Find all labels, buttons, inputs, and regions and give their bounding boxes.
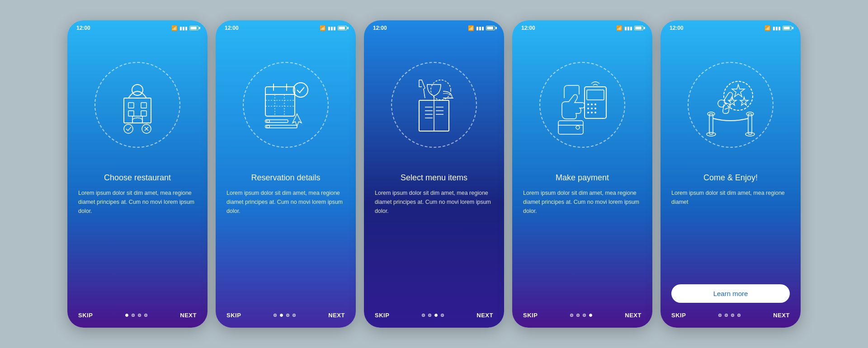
menu-icon [400,71,468,139]
next-label-3[interactable]: NEXT [476,312,493,319]
phones-container: 12:00 📶 ▮▮▮ [67,20,801,328]
next-label-4[interactable]: NEXT [625,312,642,319]
skip-label-2[interactable]: SKIP [226,312,241,319]
svg-point-38 [591,103,593,105]
screen-title-1: Choose restaurant [78,173,197,183]
icon-area-5 [660,33,801,173]
battery-icon [189,26,198,30]
dot-3-2 [428,314,431,317]
phone-1: 12:00 📶 ▮▮▮ [67,20,208,328]
screen-body-2: Lorem ipsum dolor sit dim amet, mea regi… [226,188,345,307]
status-bar-2: 12:00 📶 ▮▮▮ [216,20,356,33]
dot-1-1 [125,314,128,317]
svg-rect-49 [709,114,713,134]
dot-1-4 [144,314,147,317]
payment-icon-circle [539,62,625,148]
wifi-icon-4: 📶 [616,25,623,31]
bottom-nav-5: SKIP NEXT [660,307,801,328]
dot-2-1 [274,314,277,317]
dots-1 [125,314,147,317]
svg-point-43 [587,112,589,113]
phone-4: 12:00 📶 ▮▮▮ [512,20,652,328]
status-bar-5: 12:00 📶 ▮▮▮ [660,20,801,33]
dot-5-4 [737,314,741,317]
svg-rect-2 [141,103,146,108]
enjoy-icon-circle [688,62,774,148]
phone-2: 12:00 📶 ▮▮▮ [216,20,356,328]
svg-point-17 [293,83,308,97]
time-4: 12:00 [521,25,535,31]
screen-title-4: Make payment [523,173,642,183]
svg-rect-0 [124,98,151,123]
svg-point-34 [431,80,451,100]
svg-rect-19 [265,125,297,128]
dot-4-1 [570,314,573,317]
signal-icon-5: ▮▮▮ [773,26,781,31]
skip-label-3[interactable]: SKIP [375,312,389,319]
svg-point-39 [594,103,596,105]
svg-point-6 [132,85,143,95]
icon-area-1 [67,33,208,173]
dots-5 [718,314,741,317]
skip-label-4[interactable]: SKIP [523,312,538,319]
screen-body-3: Lorem ipsum dolor sit dim amet, mea regi… [375,188,493,307]
screen-body-4: Lorem ipsum dolor sit dim amet, mea regi… [523,188,642,307]
status-icons-5: 📶 ▮▮▮ [764,25,792,31]
learn-more-button[interactable]: Learn more [671,284,790,303]
svg-point-42 [594,108,596,109]
phone-3: 12:00 📶 ▮▮▮ [364,20,504,328]
dots-4 [570,314,592,317]
battery-icon-3 [486,26,495,30]
svg-rect-52 [748,114,752,134]
status-icons-2: 📶 ▮▮▮ [320,25,347,31]
restaurant-icon [104,71,171,139]
reservation-icon [252,71,320,139]
svg-point-40 [587,108,589,109]
screen-title-5: Come & Enjoy! [671,173,790,183]
svg-rect-9 [265,87,295,116]
dot-2-3 [286,314,289,317]
dot-4-2 [576,314,580,317]
menu-icon-circle [391,62,477,148]
svg-point-44 [591,112,593,113]
screen-title-2: Reservation details [226,173,345,183]
icon-area-2 [216,33,356,173]
wifi-icon-3: 📶 [468,25,474,31]
phone-5: 12:00 📶 ▮▮▮ [660,20,801,328]
next-label-5[interactable]: NEXT [773,312,790,319]
dot-5-1 [718,314,722,317]
phone-content-1: Choose restaurant Lorem ipsum dolor sit … [67,173,208,308]
battery-icon-2 [338,26,347,30]
screen-body-1: Lorem ipsum dolor sit dim amet, mea regi… [78,188,197,307]
next-label-1[interactable]: NEXT [180,312,197,319]
dot-3-4 [441,314,444,317]
screen-title-3: Select menu items [375,173,493,183]
dot-3-1 [422,314,425,317]
status-bar-1: 12:00 📶 ▮▮▮ [67,20,208,33]
svg-point-55 [718,100,725,107]
time-5: 12:00 [670,25,684,31]
icon-area-3 [364,33,504,173]
signal-icon-3: ▮▮▮ [476,26,484,31]
signal-icon-2: ▮▮▮ [328,26,336,31]
svg-point-37 [587,103,589,105]
battery-icon-4 [634,26,643,30]
phone-content-5: Come & Enjoy! Lorem ipsum dolor sit dim … [660,173,801,308]
signal-icon-4: ▮▮▮ [624,26,632,31]
dot-2-4 [292,314,296,317]
status-icons-3: 📶 ▮▮▮ [468,25,495,31]
time-2: 12:00 [225,25,239,31]
svg-point-47 [576,126,580,129]
phone-content-3: Select menu items Lorem ipsum dolor sit … [364,173,504,308]
next-label-2[interactable]: NEXT [328,312,345,319]
status-bar-3: 12:00 📶 ▮▮▮ [364,20,504,33]
dot-1-3 [138,314,141,317]
skip-label-1[interactable]: SKIP [78,312,93,319]
skip-label-5[interactable]: SKIP [671,312,686,319]
phone-content-2: Reservation details Lorem ipsum dolor si… [216,173,356,308]
dot-1-2 [132,314,135,317]
dot-4-3 [583,314,586,317]
restaurant-icon-circle [94,62,180,148]
svg-rect-35 [585,87,606,118]
status-bar-4: 12:00 📶 ▮▮▮ [512,20,652,33]
